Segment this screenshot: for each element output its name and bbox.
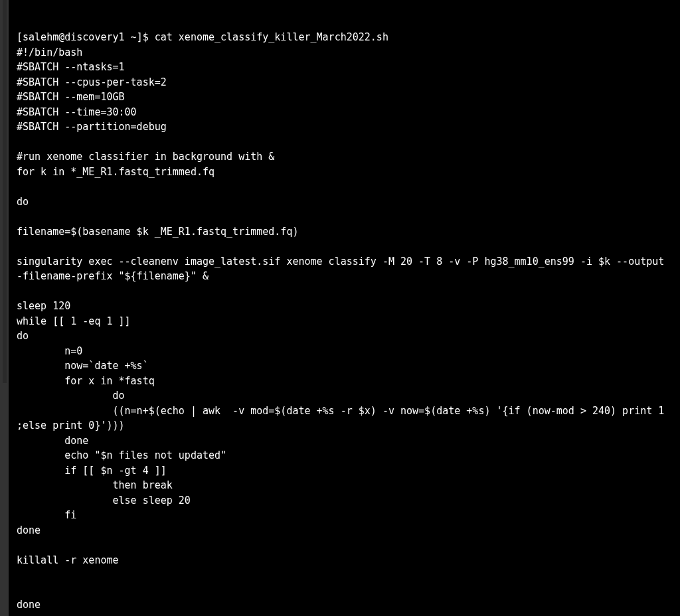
script-line: killall -r xenome — [17, 553, 675, 568]
script-line: while [[ 1 -eq 1 ]] — [17, 314, 675, 329]
prompt-line-1: [salehm@discovery1 ~]$ — [17, 31, 155, 43]
script-line: #run xenome classifier in background wit… — [17, 149, 675, 165]
terminal-pane[interactable]: [salehm@discovery1 ~]$ cat xenome_classi… — [9, 0, 675, 616]
script-line — [17, 568, 675, 583]
script-line: sleep 120 — [17, 299, 675, 314]
script-line: n=0 — [17, 344, 675, 359]
script-line — [17, 239, 675, 254]
script-line: done — [17, 597, 675, 613]
script-line: filename=$(basename $k _ME_R1.fastq_trim… — [17, 224, 675, 240]
script-line: #SBATCH --ntasks=1 — [17, 60, 675, 75]
script-line: #SBATCH --time=30:00 — [17, 105, 675, 120]
script-line: #!/bin/bash — [17, 45, 675, 60]
script-line: done — [17, 523, 675, 538]
script-line — [17, 179, 675, 194]
script-line: echo "$n files not updated" — [17, 448, 675, 463]
script-line: do — [17, 388, 675, 404]
command-cat: cat xenome_classify_killer_March2022.sh — [155, 31, 388, 43]
script-line: -filename-prefix "${filename}" & — [17, 269, 675, 284]
script-line: else sleep 20 — [17, 493, 675, 508]
script-line — [17, 209, 675, 224]
script-line: for x in *fastq — [17, 374, 675, 389]
terminal-output: [salehm@discovery1 ~]$ cat xenome_classi… — [17, 30, 675, 616]
script-line: #SBATCH --mem=10GB — [17, 90, 675, 105]
script-line — [17, 135, 675, 150]
script-line — [17, 583, 675, 598]
left-gutter — [0, 0, 9, 616]
script-line: if [[ $n -gt 4 ]] — [17, 463, 675, 479]
script-line: do — [17, 194, 675, 210]
script-line: fi — [17, 508, 675, 523]
script-line: done — [17, 433, 675, 449]
right-gutter — [675, 0, 680, 616]
script-line: ((n=n+$(echo | awk -v mod=$(date +%s -r … — [17, 404, 675, 419]
script-line: singularity exec --cleanenv image_latest… — [17, 254, 675, 270]
script-line: #SBATCH --partition=debug — [17, 119, 675, 135]
script-line: now=`date +%s` — [17, 358, 675, 374]
script-line: for k in *_ME_R1.fastq_trimmed.fq — [17, 165, 675, 180]
script-line: then break — [17, 478, 675, 493]
script-line: do — [17, 329, 675, 344]
script-line: #SBATCH --cpus-per-task=2 — [17, 75, 675, 90]
script-line: ;else print 0}'))) — [17, 418, 675, 433]
script-line — [17, 284, 675, 299]
script-line — [17, 613, 675, 617]
script-line — [17, 538, 675, 553]
